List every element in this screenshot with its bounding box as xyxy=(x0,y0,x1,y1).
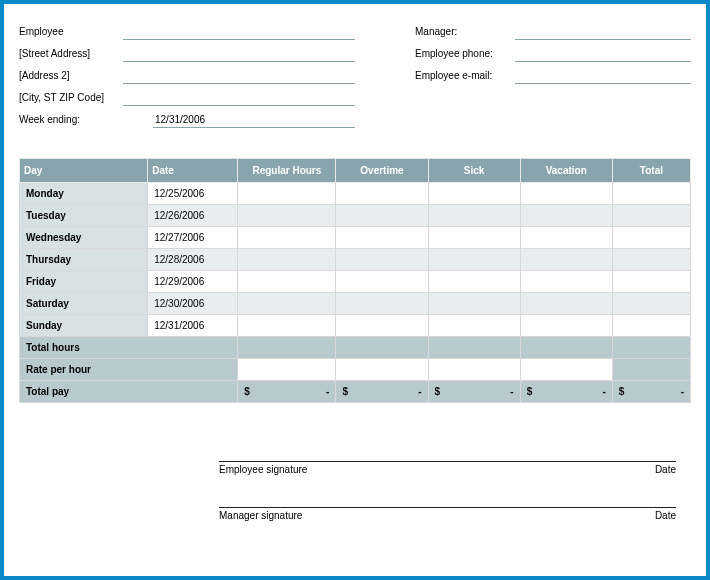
cell-rate-regular[interactable] xyxy=(238,359,336,381)
table-row: Wednesday12/27/2006 xyxy=(20,227,691,249)
cell-total[interactable] xyxy=(612,271,690,293)
cell-sick[interactable] xyxy=(428,205,520,227)
cell-day: Saturday xyxy=(20,293,148,315)
cell-day: Sunday xyxy=(20,315,148,337)
field-employee[interactable] xyxy=(123,26,355,40)
label-address2: [Address 2] xyxy=(19,70,123,84)
cell-regular[interactable] xyxy=(238,293,336,315)
cell-sick[interactable] xyxy=(428,271,520,293)
cell-sick[interactable] xyxy=(428,249,520,271)
col-vacation: Vacation xyxy=(520,159,612,183)
table-row: Saturday12/30/2006 xyxy=(20,293,691,315)
row-rate-per-hour: Rate per hour xyxy=(20,359,691,381)
field-cityzip[interactable] xyxy=(123,92,355,106)
cell-day: Wednesday xyxy=(20,227,148,249)
cell-overtime[interactable] xyxy=(336,249,428,271)
cell-vacation[interactable] xyxy=(520,227,612,249)
cell-sick[interactable] xyxy=(428,183,520,205)
cell-day: Monday xyxy=(20,183,148,205)
cell-overtime[interactable] xyxy=(336,205,428,227)
cell-sick[interactable] xyxy=(428,227,520,249)
cell-overtime[interactable] xyxy=(336,183,428,205)
cell-total[interactable] xyxy=(612,205,690,227)
cell-total[interactable] xyxy=(612,183,690,205)
cell-vacation[interactable] xyxy=(520,271,612,293)
label-total-hours: Total hours xyxy=(20,337,238,359)
signature-manager-row: Manager signature Date xyxy=(219,507,676,521)
cell-date: 12/30/2006 xyxy=(148,293,238,315)
header-row-week-ending: Week ending: 12/31/2006 xyxy=(19,114,691,128)
label-manager: Manager: xyxy=(415,26,515,40)
signature-employee-row: Employee signature Date xyxy=(219,461,676,475)
header-row-street: [Street Address] Employee phone: xyxy=(19,48,691,62)
cell-regular[interactable] xyxy=(238,205,336,227)
cell-total[interactable] xyxy=(612,249,690,271)
table-row: Sunday12/31/2006 xyxy=(20,315,691,337)
cell-date: 12/26/2006 xyxy=(148,205,238,227)
cell-total-overtime xyxy=(336,337,428,359)
field-emp-email[interactable] xyxy=(515,70,691,84)
cell-date: 12/28/2006 xyxy=(148,249,238,271)
cell-sick[interactable] xyxy=(428,315,520,337)
cell-total[interactable] xyxy=(612,293,690,315)
col-date: Date xyxy=(148,159,238,183)
table-row: Tuesday12/26/2006 xyxy=(20,205,691,227)
label-cityzip: [City, ST ZIP Code] xyxy=(19,92,123,106)
cell-vacation[interactable] xyxy=(520,315,612,337)
table-row: Monday12/25/2006 xyxy=(20,183,691,205)
cell-regular[interactable] xyxy=(238,227,336,249)
cell-vacation[interactable] xyxy=(520,249,612,271)
table-row: Friday12/29/2006 xyxy=(20,271,691,293)
col-overtime: Overtime xyxy=(336,159,428,183)
field-street[interactable] xyxy=(123,48,355,62)
label-week-ending: Week ending: xyxy=(19,114,153,128)
header-row-employee: Employee Manager: xyxy=(19,26,691,40)
cell-total[interactable] xyxy=(612,227,690,249)
label-manager-signature: Manager signature xyxy=(219,510,302,521)
cell-vacation[interactable] xyxy=(520,183,612,205)
row-total-pay: Total pay $- $- $- $- $- xyxy=(20,381,691,403)
cell-rate-overtime[interactable] xyxy=(336,359,428,381)
field-address2[interactable] xyxy=(123,70,355,84)
cell-pay-sick: $- xyxy=(428,381,520,403)
label-date-2: Date xyxy=(655,510,676,521)
col-total: Total xyxy=(612,159,690,183)
cell-rate-sick[interactable] xyxy=(428,359,520,381)
label-date-1: Date xyxy=(655,464,676,475)
cell-overtime[interactable] xyxy=(336,271,428,293)
table-header-row: Day Date Regular Hours Overtime Sick Vac… xyxy=(20,159,691,183)
cell-rate-vacation[interactable] xyxy=(520,359,612,381)
cell-vacation[interactable] xyxy=(520,293,612,315)
cell-regular[interactable] xyxy=(238,183,336,205)
timesheet-table: Day Date Regular Hours Overtime Sick Vac… xyxy=(19,158,691,403)
field-week-ending[interactable]: 12/31/2006 xyxy=(153,114,355,128)
cell-vacation[interactable] xyxy=(520,205,612,227)
label-total-pay: Total pay xyxy=(20,381,238,403)
cell-regular[interactable] xyxy=(238,249,336,271)
cell-overtime[interactable] xyxy=(336,293,428,315)
field-emp-phone[interactable] xyxy=(515,48,691,62)
cell-total[interactable] xyxy=(612,315,690,337)
label-street: [Street Address] xyxy=(19,48,123,62)
field-manager[interactable] xyxy=(515,26,691,40)
cell-day: Friday xyxy=(20,271,148,293)
cell-total-regular xyxy=(238,337,336,359)
label-employee: Employee xyxy=(19,26,123,40)
cell-sick[interactable] xyxy=(428,293,520,315)
cell-pay-vacation: $- xyxy=(520,381,612,403)
label-emp-email: Employee e-mail: xyxy=(415,70,515,84)
table-row: Thursday12/28/2006 xyxy=(20,249,691,271)
cell-pay-overtime: $- xyxy=(336,381,428,403)
col-regular: Regular Hours xyxy=(238,159,336,183)
cell-overtime[interactable] xyxy=(336,315,428,337)
cell-date: 12/31/2006 xyxy=(148,315,238,337)
cell-pay-total: $- xyxy=(612,381,690,403)
cell-pay-regular: $- xyxy=(238,381,336,403)
header-row-address2: [Address 2] Employee e-mail: xyxy=(19,70,691,84)
label-employee-signature: Employee signature xyxy=(219,464,307,475)
cell-regular[interactable] xyxy=(238,315,336,337)
cell-date: 12/25/2006 xyxy=(148,183,238,205)
cell-regular[interactable] xyxy=(238,271,336,293)
cell-total-total xyxy=(612,337,690,359)
cell-overtime[interactable] xyxy=(336,227,428,249)
